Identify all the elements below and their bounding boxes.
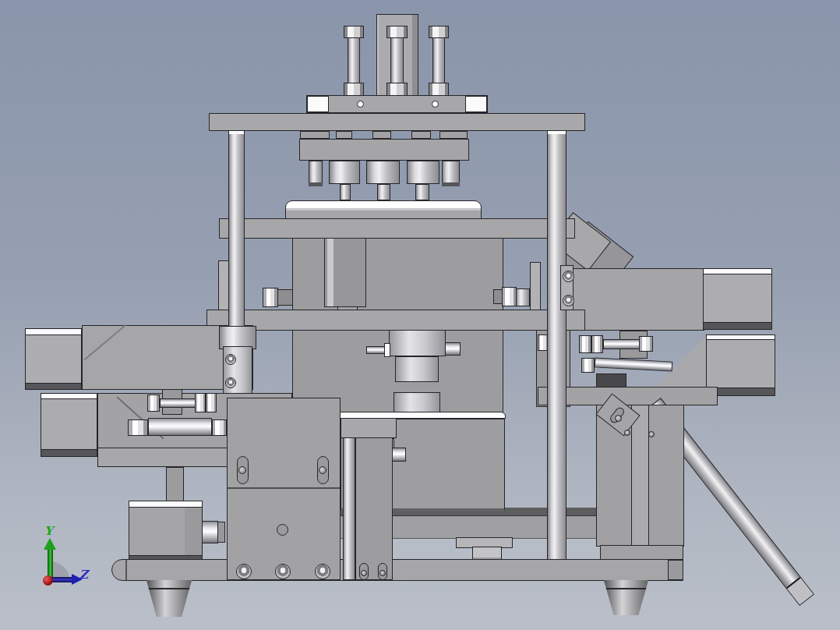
socket-screw-icon <box>225 354 236 365</box>
socket-screw-icon <box>315 564 330 579</box>
left-lower-end-cap[interactable] <box>41 398 97 451</box>
punch-pin-left[interactable] <box>309 161 323 185</box>
hex-nut-icon <box>344 83 364 96</box>
side-bolt-left-shaft <box>277 289 293 306</box>
motor-shaft <box>202 521 218 543</box>
origin-sphere-icon <box>43 575 53 586</box>
left-upper-end-cap[interactable] <box>25 334 82 384</box>
left-upper-cap-shadow <box>25 383 82 390</box>
clamp-plate-hole <box>357 101 364 108</box>
punch-stem-1 <box>340 184 351 200</box>
socket-screw-icon <box>275 564 291 579</box>
slot-pin <box>238 466 246 474</box>
column-top-highlight <box>229 131 244 134</box>
clamp-plate-cutout-left <box>307 96 329 112</box>
front-guide-plate[interactable] <box>227 398 341 580</box>
guide-plate-divider <box>228 487 340 489</box>
spacer-block <box>439 131 468 139</box>
spacer-block <box>300 131 330 139</box>
slot-pin <box>319 466 326 474</box>
foot-left <box>145 580 193 617</box>
top-rod-middle[interactable] <box>390 37 404 83</box>
base-plate[interactable] <box>111 559 683 581</box>
punch-pin-ring <box>442 182 460 186</box>
punch-cylinder-2[interactable] <box>366 161 400 184</box>
tie-rod-left-upper <box>160 398 196 408</box>
hex-nut-icon <box>344 26 364 38</box>
clamp-plate-cutout-right <box>465 96 487 112</box>
support-column-rod <box>343 437 355 580</box>
lower-crossbeam[interactable] <box>206 310 585 331</box>
top-rod-left[interactable] <box>348 37 360 84</box>
hex-nut-icon <box>386 26 408 38</box>
column-top-highlight <box>548 131 566 134</box>
support-column-pin <box>392 448 406 462</box>
punch-holder-plate[interactable] <box>299 139 469 161</box>
hex-nut-icon <box>429 26 449 38</box>
guide-plate-hole <box>277 524 288 536</box>
hex-nut-icon <box>581 358 595 373</box>
punch-cylinder-3[interactable] <box>407 161 439 184</box>
top-clamp-plate[interactable] <box>306 95 488 113</box>
tie-rod-right-upper <box>603 339 641 349</box>
hex-nut-icon <box>212 419 227 436</box>
side-bolt-right-bushing <box>516 288 530 306</box>
center-piston-washer <box>384 343 390 357</box>
base-plate-left-cap-line <box>125 560 127 580</box>
socket-screw-icon <box>225 377 236 388</box>
foot-right <box>602 580 650 615</box>
clamp-plate-hole <box>432 101 439 108</box>
orientation-triad[interactable]: Y Z <box>31 522 101 608</box>
y-axis-arrowhead-icon <box>44 538 56 550</box>
hex-nut-icon <box>579 335 591 353</box>
side-bolt-left-head[interactable] <box>263 288 278 307</box>
side-bolt-right-head[interactable] <box>502 287 517 306</box>
socket-screw-icon <box>563 271 574 282</box>
bracket-hole <box>648 431 655 437</box>
center-piston-mid <box>395 356 439 382</box>
punch-stem-3 <box>415 184 429 200</box>
cad-viewport[interactable]: Y Z <box>0 0 840 630</box>
z-axis-arrow <box>51 577 72 582</box>
right-upper-end-cap[interactable] <box>703 274 772 323</box>
socket-screw-icon <box>236 564 252 579</box>
punch-stem-2 <box>377 184 390 200</box>
socket-screw-icon <box>563 295 574 306</box>
z-axis-label: Z <box>79 568 88 582</box>
hex-nut-icon <box>639 336 653 352</box>
bracket-hole <box>615 415 622 422</box>
center-piston-disc <box>394 392 440 413</box>
top-rod-right[interactable] <box>432 37 445 83</box>
handle-rod-end-cap <box>786 577 814 605</box>
dark-spacer-block <box>596 373 626 388</box>
slot-pin <box>361 570 367 576</box>
slot-pin <box>379 570 386 576</box>
hex-nut-icon <box>429 83 449 96</box>
mid-crossbeam[interactable] <box>219 218 575 239</box>
spacer-block <box>411 131 431 139</box>
hex-nut-icon <box>195 393 206 412</box>
hex-nut-icon <box>206 393 217 412</box>
punch-pin-right[interactable] <box>442 161 460 185</box>
punch-cylinder-1[interactable] <box>329 161 360 184</box>
motor-block[interactable] <box>129 507 203 557</box>
bracket-hole <box>624 430 630 436</box>
right-upper-cap-shadow <box>703 322 772 330</box>
punch-pin-ring <box>309 182 323 186</box>
right-bracket-inner-bar <box>631 405 649 547</box>
left-lower-cap-shadow <box>41 449 97 457</box>
y-axis-label: Y <box>44 524 53 538</box>
center-piston-body[interactable] <box>389 327 446 356</box>
die-body-slot-inner <box>327 235 334 306</box>
left-support-post <box>166 467 184 502</box>
spacer-block <box>372 131 391 139</box>
tie-rod-left-lower[interactable] <box>148 418 212 436</box>
motor-shaft-block <box>217 522 225 543</box>
upper-crossbeam[interactable] <box>209 113 585 131</box>
center-piston-pin-right <box>445 342 461 356</box>
guide-column-right[interactable] <box>547 130 566 561</box>
base-plate-right-cap <box>668 560 683 580</box>
right-lower-end-cap[interactable] <box>706 339 775 388</box>
support-column[interactable] <box>355 437 393 580</box>
support-column-bracket <box>341 418 397 438</box>
